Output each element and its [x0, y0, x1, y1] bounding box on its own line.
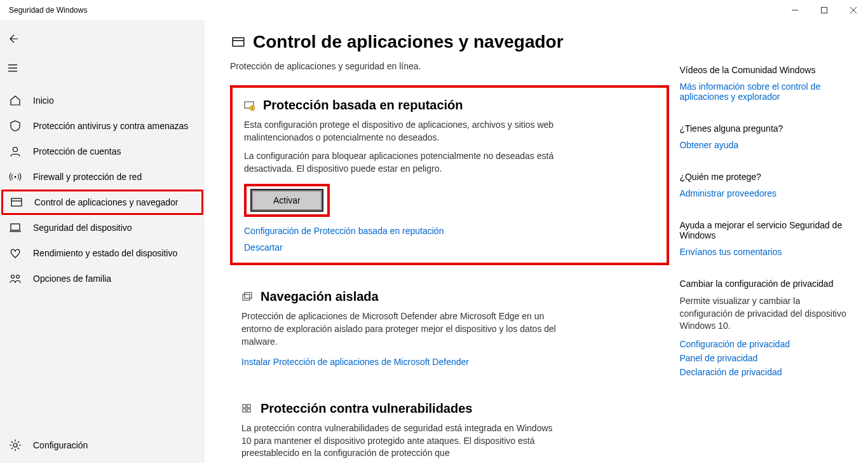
sidebar-item-label: Firewall y protección de red	[33, 172, 142, 182]
page-title-row: Control de aplicaciones y navegador	[230, 32, 669, 52]
home-icon	[9, 94, 22, 107]
heart-icon	[9, 247, 22, 259]
person-icon	[9, 145, 22, 158]
exploit-desc: La protección contra vulnerabilidades de…	[241, 422, 559, 460]
isolated-card: Navegación aislada Protección de aplicac…	[230, 279, 669, 377]
browser-icon	[10, 196, 23, 209]
sidebar-item-label: Rendimiento y estado del dispositivo	[33, 248, 177, 258]
sidebar-item-label: Seguridad del dispositivo	[33, 223, 132, 233]
svg-rect-26	[247, 409, 250, 412]
grid-icon	[241, 403, 253, 415]
activate-button-highlight: Activar	[244, 184, 330, 217]
antenna-icon	[9, 170, 22, 183]
close-button[interactable]	[839, 0, 868, 20]
back-button[interactable]	[0, 27, 25, 51]
improve-heading: Ayuda a mejorar el servicio Seguridad de…	[679, 220, 855, 240]
window-titlebar: Seguridad de Windows	[0, 0, 868, 20]
install-defender-link[interactable]: Instalar Protección de aplicaciones de M…	[241, 357, 658, 367]
shield-icon	[9, 120, 22, 132]
dismiss-link[interactable]: Descartar	[244, 242, 655, 252]
maximize-button[interactable]	[810, 0, 839, 20]
sidebar-item-appbrowser[interactable]: Control de aplicaciones y navegador	[1, 190, 203, 215]
main-content: Control de aplicaciones y navegador Prot…	[230, 32, 669, 463]
sidebar-item-label: Opciones de familia	[33, 273, 111, 284]
privacy-text: Permite visualizar y cambiar la configur…	[679, 295, 855, 333]
privacy-statement-link[interactable]: Declaración de privacidad	[679, 367, 855, 377]
sidebar-item-device[interactable]: Seguridad del dispositivo	[0, 215, 205, 240]
sidebar-item-label: Protección de cuentas	[33, 146, 121, 156]
page-title: Control de aplicaciones y navegador	[253, 32, 564, 52]
svg-rect-1	[822, 8, 827, 13]
reputation-desc2: La configuración para bloquear aplicacio…	[244, 150, 562, 175]
window-title: Seguridad de Windows	[9, 6, 87, 15]
sidebar-item-label: Control de aplicaciones y navegador	[34, 197, 178, 207]
family-icon	[9, 272, 22, 285]
svg-text:!: !	[252, 106, 253, 110]
sidebar-item-firewall[interactable]: Firewall y protección de red	[0, 164, 205, 190]
feedback-link[interactable]: Envíanos tus comentarios	[679, 247, 855, 257]
exploit-heading: Protección contra vulnerabilidades	[261, 401, 472, 416]
manage-providers-link[interactable]: Administrar proveedores	[679, 188, 855, 198]
privacy-heading: Cambiar la configuración de privacidad	[679, 279, 855, 289]
sidebar-item-health[interactable]: Rendimiento y estado del dispositivo	[0, 240, 205, 266]
svg-point-8	[15, 176, 17, 178]
sidebar-item-label: Protección antivirus y contra amenazas	[33, 121, 188, 131]
reputation-heading: Protección basada en reputación	[263, 98, 463, 113]
svg-rect-16	[233, 38, 244, 46]
svg-rect-9	[11, 198, 22, 206]
protect-heading: ¿Quién me protege?	[679, 172, 855, 182]
sidebar-item-virus[interactable]: Protección antivirus y contra amenazas	[0, 113, 205, 139]
isolated-heading: Navegación aislada	[261, 289, 379, 304]
svg-rect-25	[243, 409, 246, 412]
svg-point-7	[13, 148, 18, 152]
sidebar-item-label: Inicio	[33, 95, 54, 106]
sidebar-item-label: Configuración	[33, 440, 88, 450]
sidebar: Inicio Protección antivirus y contra ame…	[0, 20, 205, 463]
svg-rect-24	[247, 404, 250, 408]
svg-rect-23	[243, 404, 246, 408]
window-controls	[780, 0, 868, 20]
sidebar-item-family[interactable]: Opciones de familia	[0, 266, 205, 291]
isolated-desc: Protección de aplicaciones de Microsoft …	[241, 310, 559, 348]
reputation-settings-link[interactable]: Configuración de Protección basada en re…	[244, 226, 655, 236]
hamburger-button[interactable]	[0, 56, 25, 80]
minimize-button[interactable]	[780, 0, 810, 20]
svg-point-15	[13, 443, 17, 447]
warning-icon: !	[244, 100, 255, 111]
browser-icon	[230, 34, 247, 50]
reputation-card: ! Protección basada en reputación Esta c…	[230, 85, 669, 265]
sidebar-item-home[interactable]: Inicio	[0, 88, 205, 113]
videos-heading: Vídeos de la Comunidad Windows	[679, 65, 855, 75]
videos-link[interactable]: Más información sobre el control de apli…	[679, 81, 855, 102]
get-help-link[interactable]: Obtener ayuda	[679, 140, 855, 150]
svg-rect-22	[245, 293, 252, 298]
activate-button[interactable]: Activar	[252, 190, 322, 211]
svg-rect-21	[243, 294, 250, 300]
sidebar-item-settings[interactable]: Configuración	[0, 432, 205, 458]
sidebar-item-account[interactable]: Protección de cuentas	[0, 139, 205, 164]
gear-icon	[9, 439, 22, 452]
page-subtitle: Protección de aplicaciones y seguridad e…	[230, 61, 669, 71]
question-heading: ¿Tienes alguna pregunta?	[679, 123, 855, 134]
svg-point-14	[17, 275, 20, 279]
svg-point-13	[11, 275, 15, 279]
reputation-desc1: Esta configuración protege el dispositiv…	[244, 119, 562, 144]
window-stack-icon	[241, 291, 253, 303]
right-column: Vídeos de la Comunidad Windows Más infor…	[669, 32, 855, 463]
exploit-card: Protección contra vulnerabilidades La pr…	[230, 391, 669, 463]
privacy-settings-link[interactable]: Configuración de privacidad	[679, 339, 855, 349]
device-icon	[9, 221, 22, 234]
privacy-panel-link[interactable]: Panel de privacidad	[679, 353, 855, 363]
svg-rect-11	[11, 224, 20, 230]
